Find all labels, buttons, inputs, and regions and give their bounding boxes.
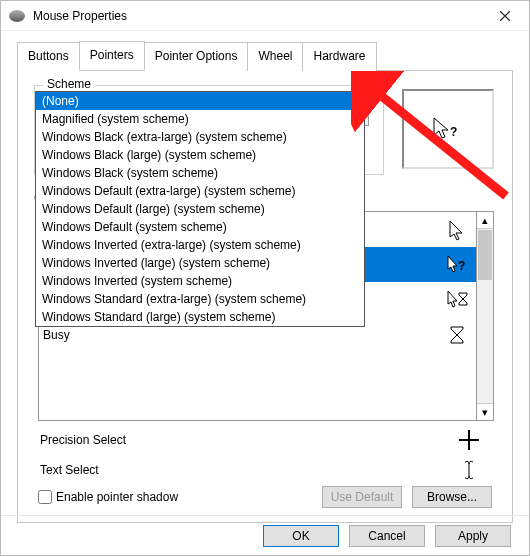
scroll-thumb[interactable] xyxy=(478,230,492,280)
checkbox-input[interactable] xyxy=(38,490,52,504)
mouse-icon xyxy=(9,10,25,22)
close-button[interactable] xyxy=(489,4,521,28)
ok-button[interactable]: OK xyxy=(263,525,339,547)
scheme-option[interactable]: Magnified (system scheme) xyxy=(36,110,364,128)
browse-button[interactable]: Browse... xyxy=(412,486,492,508)
window-title: Mouse Properties xyxy=(33,9,489,23)
scheme-dropdown-list[interactable]: (None) Magnified (system scheme) Windows… xyxy=(35,91,365,327)
precision-select-label: Precision Select xyxy=(40,433,126,447)
text-select-label: Text Select xyxy=(40,463,99,477)
dialog-buttons: OK Cancel Apply xyxy=(1,515,529,555)
list-buttons: Use Default Browse... xyxy=(322,486,492,508)
scheme-option[interactable]: Windows Default (extra-large) (system sc… xyxy=(36,182,364,200)
list-item-label: Busy xyxy=(43,328,70,342)
scheme-option[interactable]: Windows Black (extra-large) (system sche… xyxy=(36,128,364,146)
tab-buttons[interactable]: Buttons xyxy=(17,42,80,71)
scheme-option[interactable]: Windows Default (system scheme) xyxy=(36,218,364,236)
scheme-option[interactable]: Windows Black (system scheme) xyxy=(36,164,364,182)
hourglass-icon xyxy=(446,324,468,346)
scheme-legend: Scheme xyxy=(43,77,95,91)
tab-wheel[interactable]: Wheel xyxy=(247,42,303,71)
arrow-help-icon: ? xyxy=(446,254,468,276)
tab-pointer-options[interactable]: Pointer Options xyxy=(144,42,249,71)
close-icon xyxy=(500,11,510,21)
mouse-properties-dialog: Mouse Properties Buttons Pointers Pointe… xyxy=(0,0,530,556)
scheme-option[interactable]: (None) xyxy=(36,92,364,110)
checkbox-label: Enable pointer shadow xyxy=(56,490,178,504)
apply-button[interactable]: Apply xyxy=(435,525,511,547)
tab-strip: Buttons Pointers Pointer Options Wheel H… xyxy=(17,41,513,71)
scheme-option[interactable]: Windows Inverted (system scheme) xyxy=(36,272,364,290)
use-default-button[interactable]: Use Default xyxy=(322,486,402,508)
precision-cursor-icon xyxy=(458,429,480,451)
scheme-option[interactable]: Windows Black (large) (system scheme) xyxy=(36,146,364,164)
svg-text:?: ? xyxy=(458,259,465,273)
svg-text:?: ? xyxy=(450,125,457,139)
text-cursor-icon xyxy=(462,459,476,481)
pointer-preview: ? xyxy=(402,89,494,169)
scheme-option[interactable]: Windows Default (large) (system scheme) xyxy=(36,200,364,218)
tab-hardware[interactable]: Hardware xyxy=(302,42,376,71)
tab-pointers[interactable]: Pointers xyxy=(79,41,145,70)
scheme-option[interactable]: Windows Standard (extra-large) (system s… xyxy=(36,290,364,308)
scrollbar[interactable]: ▴ ▾ xyxy=(477,211,494,421)
scheme-option[interactable]: Windows Standard (large) (system scheme) xyxy=(36,308,364,326)
scheme-option[interactable]: Windows Inverted (extra-large) (system s… xyxy=(36,236,364,254)
scroll-up-icon[interactable]: ▴ xyxy=(477,212,493,229)
enable-shadow-checkbox[interactable]: Enable pointer shadow xyxy=(38,490,178,504)
scheme-option[interactable]: Windows Inverted (large) (system scheme) xyxy=(36,254,364,272)
arrow-cursor-icon xyxy=(446,219,468,241)
scroll-down-icon[interactable]: ▾ xyxy=(477,403,493,420)
cancel-button[interactable]: Cancel xyxy=(349,525,425,547)
title-bar: Mouse Properties xyxy=(1,1,529,31)
arrow-help-icon: ? xyxy=(432,116,464,142)
arrow-hourglass-icon xyxy=(446,289,468,311)
